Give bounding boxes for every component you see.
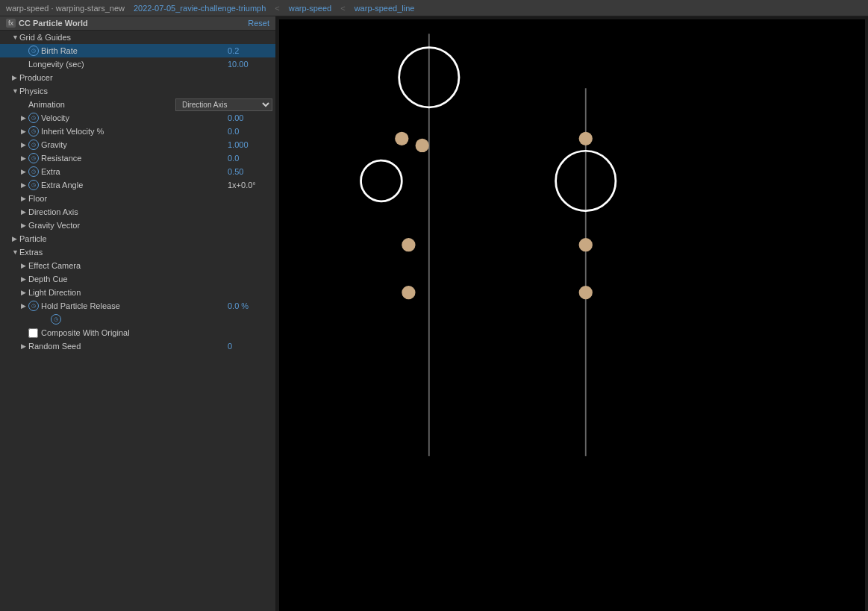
label-grid-guides: Grid & Guides xyxy=(19,33,272,42)
label-resistance: Resistance xyxy=(41,154,228,163)
sidebar-item-effect-camera[interactable]: Effect Camera xyxy=(0,259,275,272)
stopwatch-icon-hold: ◷ xyxy=(28,301,39,311)
label-depth-cue: Depth Cue xyxy=(28,275,272,283)
label-effect-camera: Effect Camera xyxy=(28,261,272,270)
sidebar-item-birth-rate[interactable]: ◷ Birth Rate 0.2 xyxy=(0,44,275,57)
arrow-inherit-velocity xyxy=(21,128,28,135)
sidebar-item-velocity[interactable]: ◷ Velocity 0.00 xyxy=(0,111,275,125)
label-longevity: Longevity (sec) xyxy=(28,60,228,69)
preview-svg xyxy=(279,19,865,611)
label-composite: Composite With Original xyxy=(41,328,272,337)
value-longevity[interactable]: 10.00 xyxy=(228,60,272,69)
label-animation: Animation xyxy=(28,100,175,109)
right-panel: 40.2% Full ⊞ ⊟ ◫ ▣ ⊕ 🎨 ± 📷 0:00:01:00 Dr… xyxy=(276,16,868,611)
sidebar-item-light-direction[interactable]: Light Direction xyxy=(0,286,275,299)
stopwatch-icon-inherit: ◷ xyxy=(28,126,39,137)
sidebar-item-stopwatch-row: ◷ xyxy=(0,313,275,326)
sidebar-item-random-seed[interactable]: Random Seed 0 xyxy=(0,339,275,353)
stopwatch-icon-extra: ◷ xyxy=(28,166,39,177)
window-path: warp-speed · warping-stars_new xyxy=(6,4,125,13)
tab-warp-line[interactable]: warp-speed_line xyxy=(355,4,415,13)
sidebar-item-composite[interactable]: Composite With Original xyxy=(0,326,275,339)
label-floor: Floor xyxy=(28,194,272,203)
label-extra-angle: Extra Angle xyxy=(41,181,228,189)
stopwatch-icon-birth: ◷ xyxy=(28,46,39,56)
sep1: < xyxy=(275,4,279,13)
sidebar-item-gravity[interactable]: ◷ Gravity 1.000 xyxy=(0,138,275,151)
panel-header-left: fx CC Particle World xyxy=(6,19,88,28)
svg-rect-0 xyxy=(279,20,865,611)
left-panel: fx CC Particle World Reset Grid & Guides… xyxy=(0,16,276,611)
value-hold-particle[interactable]: 0.0 % xyxy=(228,301,272,310)
label-hold-particle: Hold Particle Release xyxy=(41,301,228,310)
tab-warp-speed[interactable]: warp-speed xyxy=(289,4,331,13)
sidebar-item-extra[interactable]: ◷ Extra 0.50 xyxy=(0,165,275,178)
value-random-seed[interactable]: 0 xyxy=(228,342,272,351)
arrow-grid-guides xyxy=(12,34,19,41)
label-velocity: Velocity xyxy=(41,113,228,122)
arrow-producer xyxy=(12,74,19,81)
label-extras: Extras xyxy=(19,248,272,257)
label-particle: Particle xyxy=(19,234,272,243)
sidebar-item-particle[interactable]: Particle xyxy=(0,232,275,245)
label-inherit-velocity: Inherit Velocity % xyxy=(41,127,228,136)
arrow-extra-angle xyxy=(21,181,28,189)
svg-point-9 xyxy=(402,286,415,299)
arrow-random-seed xyxy=(21,342,28,350)
panel-title: CC Particle World xyxy=(19,19,88,28)
value-extra-angle[interactable]: 1x+0.0° xyxy=(228,181,272,189)
sidebar-item-gravity-vector[interactable]: Gravity Vector xyxy=(0,219,275,232)
value-extra[interactable]: 0.50 xyxy=(228,167,272,176)
sidebar-item-producer[interactable]: Producer xyxy=(0,71,275,84)
sidebar-item-inherit-velocity[interactable]: ◷ Inherit Velocity % 0.0 xyxy=(0,125,275,138)
arrow-floor xyxy=(21,195,28,202)
svg-point-12 xyxy=(579,286,593,299)
sidebar-item-direction-axis[interactable]: Direction Axis xyxy=(0,205,275,219)
svg-point-8 xyxy=(402,238,415,251)
arrow-light-direction xyxy=(21,289,28,296)
preview-canvas xyxy=(279,19,865,611)
value-resistance[interactable]: 0.0 xyxy=(228,154,272,163)
label-extra: Extra xyxy=(41,167,228,176)
label-light-direction: Light Direction xyxy=(28,288,272,297)
sidebar-item-resistance[interactable]: ◷ Resistance 0.0 xyxy=(0,151,275,165)
sidebar-item-animation[interactable]: Animation Direction Axis xyxy=(0,98,275,111)
stopwatch-icon-resistance: ◷ xyxy=(28,153,39,163)
sidebar-item-floor[interactable]: Floor xyxy=(0,192,275,205)
sep2: < xyxy=(340,4,345,13)
label-random-seed: Random Seed xyxy=(28,342,228,351)
sidebar-item-extras[interactable]: Extras xyxy=(0,245,275,259)
arrow-gravity xyxy=(21,141,28,148)
svg-point-10 xyxy=(579,132,593,145)
arrow-direction-axis xyxy=(21,208,28,216)
sidebar-item-longevity[interactable]: Longevity (sec) 10.00 xyxy=(0,57,275,71)
top-bar: warp-speed · warping-stars_new 2022-07-0… xyxy=(0,0,868,16)
sidebar-item-extra-angle[interactable]: ◷ Extra Angle 1x+0.0° xyxy=(0,178,275,192)
label-gravity-vector: Gravity Vector xyxy=(28,221,272,230)
value-gravity[interactable]: 1.000 xyxy=(228,140,272,149)
label-producer: Producer xyxy=(19,73,272,82)
arrow-gravity-vector xyxy=(21,222,28,229)
svg-point-6 xyxy=(395,132,408,145)
composite-checkbox[interactable] xyxy=(28,328,38,338)
fx-badge: fx xyxy=(6,19,16,28)
arrow-extra xyxy=(21,168,28,175)
arrow-hold-particle xyxy=(21,302,28,310)
label-birth-rate: Birth Rate xyxy=(41,46,228,55)
value-birth-rate[interactable]: 0.2 xyxy=(228,46,272,55)
svg-point-11 xyxy=(579,238,593,251)
value-velocity[interactable]: 0.00 xyxy=(228,113,272,122)
sidebar-item-grid-guides[interactable]: Grid & Guides xyxy=(0,31,275,44)
stopwatch-icon-gravity: ◷ xyxy=(28,140,39,150)
animation-dropdown[interactable]: Direction Axis xyxy=(175,98,272,111)
arrow-effect-camera xyxy=(21,262,28,269)
value-inherit-velocity[interactable]: 0.0 xyxy=(228,127,272,136)
reset-button[interactable]: Reset xyxy=(248,19,269,28)
arrow-velocity xyxy=(21,114,28,122)
sidebar-item-depth-cue[interactable]: Depth Cue xyxy=(0,272,275,286)
tab-composition[interactable]: 2022-07-05_ravie-challenge-triumph xyxy=(134,4,266,13)
panel-header: fx CC Particle World Reset xyxy=(0,16,275,31)
sidebar-item-physics[interactable]: Physics xyxy=(0,84,275,98)
sidebar-item-hold-particle[interactable]: ◷ Hold Particle Release 0.0 % xyxy=(0,299,275,313)
stopwatch-icon-extra-angle: ◷ xyxy=(28,180,39,190)
